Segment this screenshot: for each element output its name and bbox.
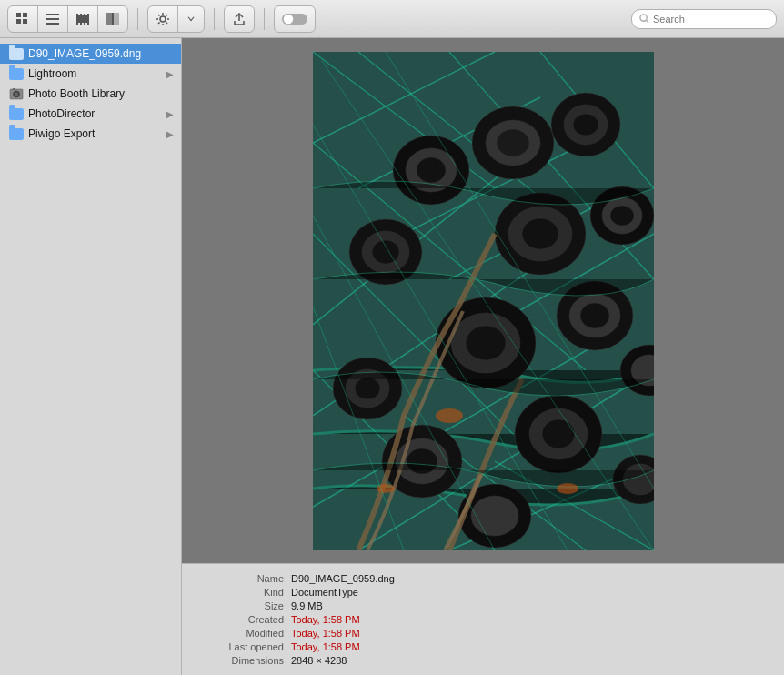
svg-rect-9 <box>80 14 82 15</box>
sidebar-item-photo-director-label: PhotoDirector <box>28 107 165 120</box>
share-button[interactable] <box>225 6 254 32</box>
sidebar-item-photo-director[interactable]: PhotoDirector ▶ <box>0 104 181 124</box>
sidebar-item-piwigo-export-label: Piwigo Export <box>28 127 165 140</box>
list-icon <box>45 12 60 26</box>
folder-icon <box>9 126 24 141</box>
chevron-right-icon: ▶ <box>166 109 174 119</box>
toolbar <box>0 0 784 38</box>
svg-rect-10 <box>84 14 85 15</box>
name-value: D90_IMAGE_0959.dng <box>291 573 395 584</box>
image-preview-area <box>182 38 784 563</box>
last-opened-value: Today, 1:58 PM <box>291 641 360 652</box>
svg-point-22 <box>640 15 647 21</box>
name-label: Name <box>182 573 291 584</box>
view-mode-group <box>7 5 128 33</box>
photo-booth-icon <box>9 86 24 101</box>
toggle-button[interactable] <box>275 6 315 32</box>
size-value: 9.9 MB <box>291 600 323 611</box>
sidebar-item-selected-file[interactable]: D90_IMAGE_0959.dng <box>0 44 181 64</box>
svg-rect-17 <box>114 13 119 25</box>
size-label: Size <box>182 600 291 611</box>
svg-rect-3 <box>23 19 27 24</box>
folder-icon <box>9 66 24 81</box>
toggle-group <box>274 5 316 33</box>
gear-icon <box>156 12 170 26</box>
main-area: D90_IMAGE_0959.dng Lightroom ▶ Photo Boo… <box>0 38 784 675</box>
sidebar-item-lightroom-label: Lightroom <box>28 67 165 80</box>
svg-point-65 <box>372 240 399 264</box>
svg-rect-16 <box>106 13 112 25</box>
svg-point-87 <box>436 408 463 423</box>
svg-rect-0 <box>16 13 21 17</box>
modified-label: Modified <box>182 628 291 639</box>
fishing-net-image <box>313 52 654 550</box>
file-info-panel: Name D90_IMAGE_0959.dng Kind DocumentTyp… <box>182 563 784 675</box>
info-row-modified: Modified Today, 1:58 PM <box>182 628 784 639</box>
sidebar-item-selected-file-label: D90_IMAGE_0959.dng <box>28 47 174 60</box>
svg-rect-13 <box>80 23 82 25</box>
content-area: Name D90_IMAGE_0959.dng Kind DocumentTyp… <box>182 38 784 675</box>
svg-point-88 <box>557 483 578 494</box>
filmstrip-icon <box>75 12 90 26</box>
svg-point-71 <box>580 303 609 328</box>
svg-rect-11 <box>87 14 89 15</box>
kind-label: Kind <box>182 587 291 598</box>
sidebar-item-piwigo-export[interactable]: Piwigo Export ▶ <box>0 124 181 144</box>
dimensions-label: Dimensions <box>182 655 291 666</box>
info-row-kind: Kind DocumentType <box>182 587 784 598</box>
chevron-down-icon <box>187 14 195 25</box>
svg-point-86 <box>471 496 518 536</box>
toggle-icon <box>282 13 307 25</box>
settings-group <box>147 5 205 33</box>
view-list-button[interactable] <box>38 6 68 32</box>
dimensions-value: 2848 × 4288 <box>291 655 347 666</box>
kind-value: DocumentType <box>291 587 358 598</box>
chevron-right-icon: ▶ <box>166 69 174 79</box>
svg-point-76 <box>355 378 380 399</box>
separator-3 <box>264 8 265 30</box>
last-opened-label: Last opened <box>182 641 291 652</box>
sidebar-item-lightroom[interactable]: Lightroom ▶ <box>0 64 181 84</box>
svg-rect-2 <box>16 19 21 24</box>
svg-rect-7 <box>76 15 89 23</box>
sidebar: D90_IMAGE_0959.dng Lightroom ▶ Photo Boo… <box>0 38 182 675</box>
svg-point-59 <box>522 218 558 249</box>
grid-icon <box>15 12 30 26</box>
created-value: Today, 1:58 PM <box>291 614 360 625</box>
svg-rect-1 <box>23 13 27 17</box>
view-filmstrip-button[interactable] <box>68 6 98 32</box>
svg-rect-5 <box>46 18 59 20</box>
created-label: Created <box>182 614 291 625</box>
settings-button[interactable] <box>148 6 178 32</box>
svg-rect-4 <box>46 14 59 15</box>
svg-rect-12 <box>76 23 78 25</box>
sidebar-item-photo-booth[interactable]: Photo Booth Library <box>0 84 181 104</box>
svg-rect-18 <box>112 13 114 25</box>
settings-dropdown-button[interactable] <box>178 6 204 32</box>
share-group <box>224 5 255 33</box>
svg-rect-26 <box>13 88 15 90</box>
view-compare-button[interactable] <box>98 6 127 32</box>
folder-icon <box>9 46 24 61</box>
svg-rect-6 <box>46 23 59 25</box>
info-row-name: Name D90_IMAGE_0959.dng <box>182 573 784 584</box>
info-row-size: Size 9.9 MB <box>182 600 784 611</box>
search-field[interactable] <box>631 9 777 29</box>
svg-rect-15 <box>87 23 89 25</box>
info-row-dimensions: Dimensions 2848 × 4288 <box>182 655 784 666</box>
svg-point-56 <box>417 157 446 183</box>
svg-point-62 <box>610 206 634 226</box>
search-input[interactable] <box>653 14 769 25</box>
view-grid-button[interactable] <box>8 6 38 32</box>
folder-icon <box>9 106 24 121</box>
separator-1 <box>137 8 138 30</box>
info-row-created: Created Today, 1:58 PM <box>182 614 784 625</box>
separator-2 <box>214 8 215 30</box>
svg-point-21 <box>284 14 294 24</box>
svg-point-79 <box>542 419 575 448</box>
sidebar-item-photo-booth-label: Photo Booth Library <box>28 87 174 100</box>
compare-icon <box>106 12 120 26</box>
svg-rect-8 <box>76 14 78 15</box>
svg-point-68 <box>466 326 506 360</box>
svg-point-19 <box>160 16 166 22</box>
